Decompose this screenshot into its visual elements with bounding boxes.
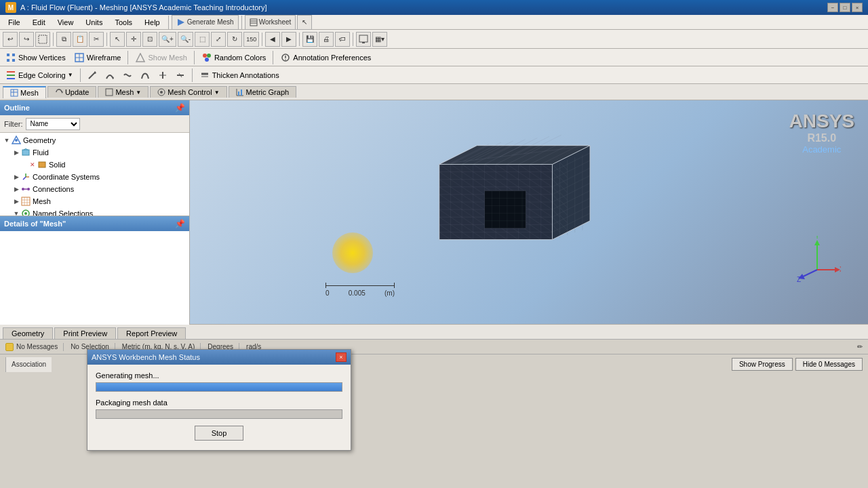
toolbar-btn-cut[interactable]: ✂ <box>89 32 104 47</box>
tree-fluid[interactable]: ▶ Fluid <box>1 146 188 159</box>
menu-tools[interactable]: Tools <box>109 17 138 28</box>
toolbar-btn-rotate[interactable]: ↻ <box>227 32 242 47</box>
toolbar-btn-fwd[interactable]: ▶ <box>281 32 296 47</box>
tab-report-preview[interactable]: Report Preview <box>117 327 186 339</box>
stop-button[interactable]: Stop <box>195 426 244 441</box>
tab-metric-graph[interactable]: Metric Graph <box>229 86 297 98</box>
wireframe-toggle[interactable]: Wireframe <box>71 52 124 64</box>
expand-connections[interactable]: ▶ <box>12 185 20 193</box>
show-mesh-toggle[interactable]: Show Mesh <box>132 52 189 64</box>
menu-help[interactable]: Help <box>139 17 165 28</box>
main-toolbar: ↩ ↪ ⧉ 📋 ✂ ↖ ✛ ⊡ 🔍+ 🔍- ⬚ ⤢ ↻ 150 ◀ ▶ 💾 🖨 … <box>0 30 868 49</box>
edge-coloring-arrow[interactable]: ▼ <box>68 72 73 78</box>
annotation-prefs-toggle[interactable]: Annotation Preferences <box>277 52 374 64</box>
expand-coord[interactable]: ▶ <box>12 173 20 181</box>
tree-solid[interactable]: ▶ ✕ Solid <box>1 159 188 171</box>
edge-tool-2[interactable] <box>102 70 117 81</box>
hide-messages-button[interactable]: Hide 0 Messages <box>795 358 863 371</box>
toolbar-btn-2[interactable]: ↪ <box>19 32 34 47</box>
dialog-body: Generating mesh... Packaging mesh data S… <box>87 365 351 450</box>
tree-geometry[interactable]: ▼ Geometry <box>1 134 188 146</box>
menu-units[interactable]: Units <box>80 17 108 28</box>
mesh-tree-icon <box>20 196 31 207</box>
svg-rect-42 <box>238 92 239 96</box>
toolbar-btn-zoom-in[interactable]: 🔍+ <box>159 32 176 47</box>
tab-geometry-label: Geometry <box>12 329 44 338</box>
scale-bar: 0 0.005 (m) <box>326 283 395 297</box>
toolbar-btn-zoom-fit[interactable]: ⊡ <box>142 32 157 47</box>
edge-coloring-dropdown[interactable]: Edge Coloring ▼ <box>3 69 76 81</box>
toolbar-btn-print[interactable]: 🖨 <box>319 32 334 47</box>
expand-fluid[interactable]: ▶ <box>12 148 20 157</box>
svg-point-20 <box>285 59 287 60</box>
maximize-button[interactable]: □ <box>840 3 850 12</box>
tab-mesh2[interactable]: Mesh ▼ <box>98 86 149 98</box>
svg-line-24 <box>89 72 96 79</box>
toolbar-btn-back[interactable]: ◀ <box>265 32 280 47</box>
tab-print-preview[interactable]: Print Preview <box>54 327 116 339</box>
toolbar-btn-tag[interactable]: 🏷 <box>335 32 350 47</box>
tab-geometry[interactable]: Geometry <box>3 327 53 339</box>
viewport[interactable]: ANSYS R15.0 Academic <box>190 100 868 324</box>
svg-point-16 <box>207 54 211 58</box>
toolbar-btn-save[interactable]: 💾 <box>302 32 317 47</box>
dialog-close-button[interactable]: × <box>336 352 347 362</box>
tree-geometry-label: Geometry <box>23 136 56 144</box>
toolbar-btn-zoom-box[interactable]: ⬚ <box>195 32 210 47</box>
toolbar-btn-disp2[interactable]: ▦▾ <box>372 32 387 47</box>
edge-tool-4[interactable] <box>138 70 153 81</box>
edge-tool-6[interactable] <box>173 70 188 81</box>
toolbar-btn-pan[interactable]: ⤢ <box>211 32 226 47</box>
close-button[interactable]: × <box>852 3 863 12</box>
thicken-annotations-toggle[interactable]: Thicken Annotations <box>197 69 282 81</box>
expand-solid[interactable]: ▶ <box>22 161 30 169</box>
show-progress-button[interactable]: Show Progress <box>732 358 793 371</box>
menu-view[interactable]: View <box>52 17 79 28</box>
tree-connections[interactable]: ▶ Connections <box>1 183 188 195</box>
svg-point-60 <box>24 212 27 215</box>
menu-file[interactable]: File <box>3 17 26 28</box>
toolbar-btn-select[interactable] <box>35 32 50 47</box>
svg-rect-46 <box>22 150 29 155</box>
mesh-3d-view[interactable] <box>244 134 800 270</box>
tab-report-preview-label: Report Preview <box>126 329 177 338</box>
worksheet-button[interactable]: Worksheet <box>245 15 296 30</box>
tree-coord-systems[interactable]: ▶ Coordinate Systems <box>1 171 188 183</box>
edge-tool-5[interactable] <box>155 70 170 81</box>
expand-named[interactable]: ▼ <box>12 209 20 216</box>
thicken-icon <box>199 70 210 81</box>
pin-outline-button[interactable]: 📌 <box>175 103 185 113</box>
bottom-tab-bar: Geometry Print Preview Report Preview <box>0 324 868 339</box>
toolbar-btn-paste[interactable]: 📋 <box>73 32 87 47</box>
toolbar-btn-1[interactable]: ↩ <box>3 32 18 47</box>
tab-mesh[interactable]: Mesh <box>3 86 46 98</box>
edit-icon[interactable]: ✏ <box>857 343 863 350</box>
title-bar-buttons[interactable]: − □ × <box>827 3 863 12</box>
mesh-status-dialog: ANSYS Workbench Mesh Status × Generating… <box>87 349 351 451</box>
expand-geometry[interactable]: ▼ <box>3 136 11 144</box>
cursor-button[interactable]: ↖ <box>297 15 312 30</box>
filter-select[interactable]: Name Type <box>26 118 80 130</box>
toolbar-btn-display[interactable] <box>356 32 371 47</box>
edge-tool-3[interactable] <box>120 70 135 81</box>
pin-details-button[interactable]: 📌 <box>175 219 185 228</box>
tree-mesh[interactable]: ▶ Mesh <box>1 195 188 207</box>
toolbar-btn-copy[interactable]: ⧉ <box>56 32 71 47</box>
show-vertices-toggle[interactable]: Show Vertices <box>3 52 68 64</box>
edge-tool-1[interactable] <box>85 70 100 81</box>
expand-mesh[interactable]: ▶ <box>12 197 20 205</box>
toolbar-btn-cursor[interactable]: ↖ <box>110 32 125 47</box>
generate-mesh-button[interactable]: Generate Mesh <box>172 15 239 30</box>
tab-mesh-control[interactable]: Mesh Control ▼ <box>150 86 226 98</box>
dialog-title-text: ANSYS Workbench Mesh Status <box>92 353 200 361</box>
toolbar-btn-zoom-out[interactable]: 🔍- <box>178 32 193 47</box>
toolbar-btn-150[interactable]: 150 <box>243 32 259 47</box>
menu-edit[interactable]: Edit <box>27 17 51 28</box>
scale-zero: 0 <box>326 289 330 297</box>
svg-text:X: X <box>840 266 841 273</box>
tab-update[interactable]: Update <box>47 86 96 98</box>
tree-named-selections[interactable]: ▼ Named Selections <box>1 207 188 216</box>
minimize-button[interactable]: − <box>827 3 838 12</box>
random-colors-toggle[interactable]: Random Colors <box>199 52 269 64</box>
toolbar-btn-move[interactable]: ✛ <box>126 32 141 47</box>
